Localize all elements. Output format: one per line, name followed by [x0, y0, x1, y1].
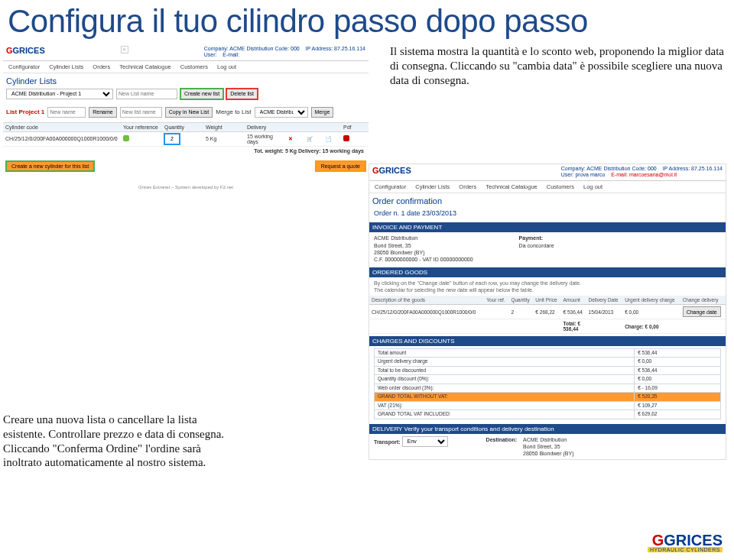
band-goods: ORDERED GOODS	[369, 267, 726, 277]
header-info: Company: ACME Distribution Code: 000 IP …	[561, 166, 723, 179]
cylinder-code: CH/25/12/0/200FA00A000000Q1000R1000/0/0	[5, 136, 120, 141]
copy-icon[interactable]: 📄	[325, 136, 340, 142]
nav-logout[interactable]: Log out	[215, 63, 239, 71]
destination-block: ACME DistributionBond Street, 3528050 Bi…	[523, 436, 574, 457]
table-row: CH/25/12/0/200FA00A000000Q1000R1000/0/0 …	[369, 305, 726, 319]
create-list-button[interactable]: Create new list	[180, 89, 223, 99]
app-order-confirmation: GGRICES Company: ACME Distribution Code:…	[369, 163, 726, 460]
pdf-icon[interactable]	[343, 135, 349, 141]
rename-button[interactable]: Rename	[89, 107, 116, 118]
new-cylinder-button[interactable]: Create a new cylinder for this list	[6, 161, 94, 171]
sidetext-bottom: Creare una nuova lista o cancellare la l…	[3, 413, 232, 470]
nav-bar: Configurator Cylinder Lists Orders Techn…	[369, 181, 726, 193]
nav-orders[interactable]: Orders	[90, 63, 112, 71]
copy-list-input[interactable]	[120, 107, 162, 118]
rename-input[interactable]	[47, 107, 86, 118]
table-header: Cylinder code Your reference Quantity We…	[3, 122, 369, 132]
new-list-name-input[interactable]	[116, 89, 177, 99]
nav-catalogue[interactable]: Technical Catalogue	[483, 183, 540, 191]
logo: GGRICES	[6, 46, 45, 55]
delivery: 15 working days	[247, 134, 285, 144]
brand-logo: GGRICES HYDRAULIC CYLINDERS	[648, 532, 723, 552]
nav-customers[interactable]: Customers	[544, 183, 576, 191]
hint-text: By clicking on the "Change date" button …	[369, 277, 726, 296]
logo: GGRICES	[372, 166, 411, 175]
transport-select[interactable]: Env	[402, 436, 448, 447]
band-charges: CHARGES AND DISCOUNTS	[369, 336, 726, 346]
request-quote-button[interactable]: Request a quote	[316, 161, 365, 171]
totals-row: Tot. weight: 5 Kg Delivery: 15 working d…	[3, 147, 369, 155]
nav-orders[interactable]: Orders	[456, 183, 479, 191]
nav-catalogue[interactable]: Technical Catalogue	[117, 63, 174, 71]
cart-icon[interactable]: 🛒	[307, 136, 322, 142]
band-delivery: DELIVERY Verify your transport condition…	[369, 424, 726, 434]
table-row: CH/25/12/0/200FA00A000000Q1000R1000/0/0 …	[3, 132, 369, 147]
nav-configurator[interactable]: Configurator	[6, 63, 42, 71]
order-title: Order confirmation	[369, 193, 726, 207]
merge-select[interactable]: ACME Distributi	[255, 107, 308, 118]
charge-cell: Charge: € 0,00	[622, 319, 726, 334]
transport-label: Transport:	[374, 439, 401, 444]
order-number: Order n. 1 date 23/03/2013	[369, 207, 726, 221]
goods-table: Description of the goodsYour ref.Quantit…	[369, 296, 726, 334]
sidetext-top: Il sistema mostra la quantità e lo scont…	[390, 44, 726, 87]
nav-lists[interactable]: Cylinder Lists	[413, 183, 452, 191]
delete-list-button[interactable]: Delete list	[226, 89, 258, 99]
project-select[interactable]: ACME Distribution - Project 1	[6, 89, 113, 99]
broken-image-icon: ✕	[121, 46, 128, 53]
weight: 5 Kg	[206, 136, 244, 141]
nav-lists[interactable]: Cylinder Lists	[47, 63, 86, 71]
change-date-button[interactable]: Change date	[683, 306, 721, 317]
ok-icon	[123, 135, 129, 141]
list-name: List Project 1	[6, 108, 44, 115]
page-title: Configura il tuo cilindro passo dopo pas…	[0, 0, 734, 46]
app-cylinder-lists: GGRICES ✕ Company: ACME Distribution Cod…	[3, 44, 369, 189]
charges-table: Total amount€ 536,44 Urgent delivery cha…	[374, 348, 721, 419]
merge-button[interactable]: Merge	[311, 107, 334, 118]
payment-block: Payment:Da concordare	[519, 235, 554, 262]
copy-list-button[interactable]: Copy in New List	[165, 107, 213, 118]
destination-label: Destination:	[486, 437, 517, 442]
band-invoice: INVOICE AND PAYMENT	[369, 222, 726, 232]
total-cell: Total: €536,44	[560, 319, 586, 334]
delete-icon[interactable]: ✕	[288, 136, 304, 142]
nav-logout[interactable]: Log out	[581, 183, 605, 191]
invoice-address: ACME DistributionBond Street, 3528050 Bi…	[374, 235, 473, 262]
header-info: Company: ACME Distribution Code: 000 IP …	[204, 46, 365, 59]
section-title: Cylinder Lists	[3, 73, 369, 87]
footer-note: Grices Extranet – System developed by F2…	[3, 177, 369, 189]
nav-bar: Configurator Cylinder Lists Orders Techn…	[3, 61, 369, 73]
nav-configurator[interactable]: Configurator	[372, 183, 408, 191]
qty-input[interactable]	[164, 134, 180, 144]
merge-label: Merge to List	[216, 108, 251, 115]
nav-customers[interactable]: Customers	[178, 63, 210, 71]
